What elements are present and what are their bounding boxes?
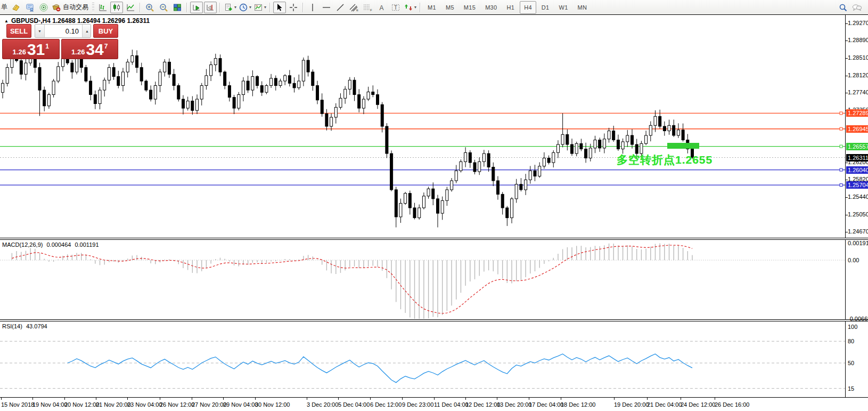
sell-button[interactable]: SELL	[6, 24, 31, 38]
candle-body	[395, 190, 397, 217]
rsi-axis-label: 100	[848, 324, 857, 330]
rsi-panel[interactable]: RSI(14) 43.0794 1008050150	[0, 321, 868, 398]
zoom-out-button[interactable]	[157, 2, 170, 13]
pivot-annotation-text[interactable]: 多空转折点1.2655	[617, 152, 713, 167]
time-axis-tick	[497, 398, 497, 400]
candle-body	[182, 99, 185, 108]
lot-size-input[interactable]	[44, 25, 83, 37]
candle-body	[247, 81, 249, 90]
cursor-tool-button[interactable]	[273, 2, 286, 13]
candle-body	[534, 171, 536, 176]
time-axis-label: 11 Dec 04:00	[434, 401, 469, 408]
candle-body	[103, 80, 106, 90]
candle-body	[47, 95, 50, 106]
buy-button[interactable]: BUY	[93, 24, 118, 38]
templates-dropdown-caret[interactable]: ▾	[264, 5, 266, 10]
auto-scroll-icon	[192, 3, 201, 12]
timeframe-button-M5[interactable]: M5	[441, 1, 458, 14]
candle-body	[145, 81, 148, 90]
lot-decrease-button[interactable]: ▼	[35, 25, 44, 37]
svg-text:E: E	[356, 9, 358, 12]
tile-windows-button[interactable]	[171, 2, 184, 13]
sell-price-sup: 1	[45, 43, 49, 50]
timeframe-button-H4[interactable]: H4	[520, 1, 536, 14]
metaeditor-icon[interactable]	[23, 2, 36, 13]
signal-icon[interactable]	[37, 2, 50, 13]
macd-plot[interactable]	[0, 240, 868, 319]
line-handle	[840, 168, 842, 171]
time-axis-tick	[96, 398, 96, 400]
bar-chart-button[interactable]	[96, 2, 109, 13]
equidistant-channel-tool[interactable]: E	[348, 2, 361, 13]
time-axis[interactable]: 15 Nov 201819 Nov 04:0020 Nov 12:0021 No…	[0, 398, 868, 411]
arrows-dropdown-caret[interactable]: ▾	[414, 5, 416, 10]
candle-body	[469, 152, 471, 163]
indicators-button[interactable]: ▾	[223, 2, 237, 13]
text-tool[interactable]: A	[375, 2, 388, 13]
main-chart-panel[interactable]: 1.292701.288901.285101.281201.277401.273…	[0, 14, 868, 238]
candlestick-plot[interactable]	[0, 15, 868, 238]
svg-text:F: F	[370, 9, 372, 12]
candle-body	[654, 116, 657, 125]
periods-button[interactable]: ▾	[238, 2, 252, 13]
chat-button[interactable]	[850, 2, 863, 13]
text-label-tool[interactable]: T	[389, 2, 402, 13]
buy-price-big: 34	[86, 42, 103, 58]
candle-body	[561, 134, 564, 144]
candle-body	[552, 152, 555, 163]
candle-body	[492, 167, 495, 181]
vertical-line-tool[interactable]	[306, 2, 319, 13]
time-axis-tick	[370, 398, 371, 400]
candle-body	[168, 62, 170, 74]
autotrading-button[interactable]	[51, 2, 62, 13]
candle-body	[451, 181, 453, 190]
metaquotes-book-icon[interactable]	[10, 2, 22, 13]
candle-body	[663, 126, 666, 131]
rsi-plot[interactable]	[0, 321, 868, 397]
timeframe-button-D1[interactable]: D1	[537, 1, 554, 14]
chart-title: ▲GBPUSD-,H4 1.26488 1.26494 1.26296 1.26…	[4, 17, 150, 25]
highlight-rectangle[interactable]	[667, 143, 699, 149]
template-icon	[253, 3, 263, 12]
candlestick-chart-button[interactable]	[110, 2, 123, 13]
auto-scroll-button[interactable]	[190, 2, 203, 13]
search-button[interactable]	[837, 2, 849, 13]
timeframe-button-M30[interactable]: M30	[481, 1, 501, 14]
zoom-in-button[interactable]	[143, 2, 156, 13]
candle-body	[24, 63, 27, 74]
timeframe-button-MN[interactable]: MN	[574, 1, 592, 14]
rsi-label-row: RSI(14) 43.0794	[2, 323, 47, 329]
templates-button[interactable]: ▾	[253, 2, 267, 13]
timeframe-button-W1[interactable]: W1	[554, 1, 572, 14]
price-axis-label: 1.25440	[848, 194, 868, 200]
crosshair-tool-button[interactable]	[287, 2, 300, 13]
periods-dropdown-caret[interactable]: ▾	[249, 5, 251, 10]
line-handle	[840, 112, 842, 115]
timeframe-button-H1[interactable]: H1	[502, 1, 519, 14]
fibonacci-tool[interactable]: F	[362, 2, 374, 13]
sell-quote-button[interactable]: 1.26 31 1	[2, 39, 60, 59]
timeframe-button-M1[interactable]: M1	[423, 1, 440, 14]
line-handle	[840, 184, 842, 187]
chart-shift-button[interactable]	[204, 2, 217, 13]
collapse-panel-icon[interactable]: ▲	[4, 19, 9, 23]
candle-body	[525, 180, 527, 190]
trendline-tool[interactable]	[334, 2, 347, 13]
macd-panel[interactable]: MACD(12,26,9) 0.000464 0.001191 0.001915…	[0, 239, 868, 320]
toolbar-grip[interactable]	[92, 3, 94, 12]
crosshair-icon	[289, 3, 298, 12]
buy-quote-button[interactable]: 1.26 34 7	[61, 39, 119, 59]
new-order-button[interactable]: 单	[0, 2, 9, 13]
candle-body	[390, 154, 393, 190]
line-chart-button[interactable]	[124, 2, 137, 13]
candle-body	[437, 199, 439, 213]
timeframe-button-M15[interactable]: M15	[460, 1, 480, 14]
arrows-tool[interactable]: ▾	[403, 2, 417, 13]
candle-body	[219, 59, 222, 72]
lot-increase-button[interactable]: ▲	[83, 25, 91, 37]
indicators-dropdown-caret[interactable]: ▾	[234, 5, 236, 10]
candle-body	[418, 208, 421, 218]
candle-body	[302, 60, 305, 81]
candle-body	[140, 68, 143, 82]
horizontal-line-tool[interactable]	[320, 2, 333, 13]
